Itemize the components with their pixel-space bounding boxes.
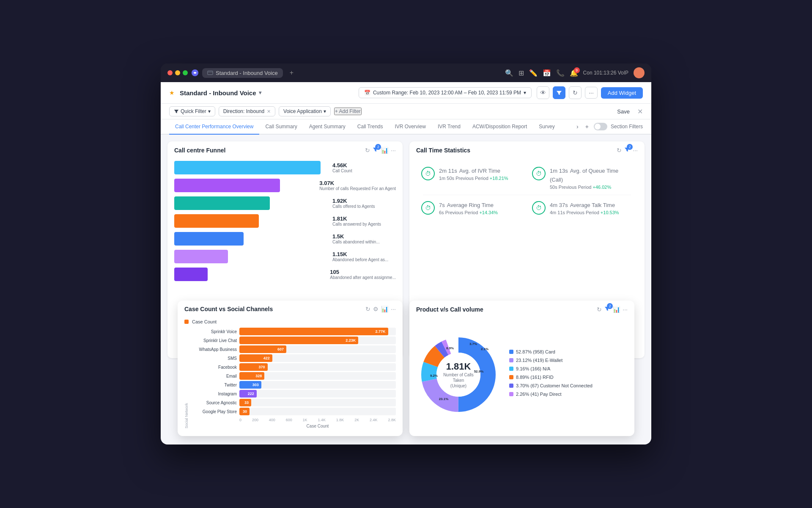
active-tab[interactable]: Standard - Inbound Voice	[202, 68, 283, 78]
funnel-more-icon[interactable]: ···	[391, 147, 396, 154]
case-count-actions: ↻ ⚙ 📊 ···	[365, 306, 396, 312]
tab-call-summary[interactable]: Call Summary	[259, 119, 303, 135]
funnel-filter-btn[interactable]: 2	[373, 146, 379, 154]
date-range-picker[interactable]: 📅 Custom Range: Feb 10, 2023 12:00 AM – …	[359, 87, 532, 98]
window-controls	[167, 70, 188, 75]
more-tabs-icon[interactable]: ›	[575, 121, 580, 132]
voice-app-chevron-icon: ▾	[324, 108, 326, 114]
donut-filter-btn[interactable]: 2	[604, 306, 610, 313]
bar-label-3: SMS	[190, 356, 237, 361]
bar-label-2: WhatsApp Business	[190, 347, 237, 352]
add-tab-icon[interactable]: +	[584, 121, 590, 132]
chevron-down-icon[interactable]: ▾	[259, 90, 261, 96]
new-tab-button[interactable]: +	[286, 67, 297, 78]
svg-text:23.1%: 23.1%	[439, 397, 449, 401]
funnel-widget-title: Call centre Funnel	[174, 147, 225, 154]
bar-val-9: 30	[243, 409, 247, 414]
tab-agent-summary[interactable]: Agent Summary	[303, 119, 351, 135]
bar-label-1: Sprinklr Live Chat	[190, 338, 237, 343]
tab-ivr-overview[interactable]: IVR Overview	[389, 119, 432, 135]
tab-acw-report[interactable]: ACW/Disposition Report	[466, 119, 533, 135]
donut-widget-title: Product v/s Call volume	[416, 306, 483, 313]
tab-call-center-overview[interactable]: Call Center Performance Overview	[169, 119, 259, 135]
section-filters-toggle[interactable]	[594, 123, 607, 130]
bar-val-3: 422	[263, 356, 270, 360]
edit-icon[interactable]: ✏️	[529, 69, 538, 77]
main-content: ★ Standard - Inbound Voice ▾ 📅 Custom Ra…	[161, 82, 651, 444]
bar-track-9: 30	[239, 408, 396, 415]
user-avatar[interactable]	[634, 67, 645, 78]
minimize-dot[interactable]	[175, 70, 180, 75]
bar-label-4: Facebook	[190, 365, 237, 370]
donut-more-icon[interactable]: ···	[623, 306, 628, 313]
call-time-stats-grid: ⏱ 2m 11s Avg. of IVR Time 1m 50s Previou…	[409, 157, 645, 227]
funnel-chart-body: 4.56K Call Count 3.07K Number of calls R…	[167, 157, 403, 292]
remove-filter-icon[interactable]: ✕	[267, 109, 271, 114]
close-filter-icon[interactable]: ✕	[637, 108, 643, 116]
tab-survey[interactable]: Survey	[533, 119, 560, 135]
case-count-chart-icon[interactable]: 📊	[381, 306, 388, 312]
bar-fill-1: 2.23K	[239, 337, 358, 344]
bar-row-sms: SMS 422	[190, 354, 396, 362]
donut-widget: Product v/s Call volume ↻ 2 📊 ···	[409, 301, 634, 436]
funnel-bar-row-1: 3.07K Number of calls Requested For an A…	[174, 179, 396, 192]
tab-nav-right: › + Section Filters	[575, 121, 643, 132]
quick-filter-button[interactable]: Quick Filter ▾	[169, 106, 215, 116]
case-count-filter-icon[interactable]: ⚙	[373, 306, 379, 312]
grid-icon[interactable]: ⊞	[518, 69, 524, 77]
legend-item-4: 3.70% (67) Customer Not Connected	[509, 383, 628, 388]
voice-app-filter-button[interactable]: Voice Application ▾	[279, 106, 331, 116]
eye-icon-btn[interactable]: 👁	[537, 86, 549, 99]
bar-fill-2: 607	[239, 345, 286, 353]
favorite-star-icon[interactable]: ★	[169, 89, 175, 96]
funnel-chart-type-icon[interactable]: 📊	[381, 147, 388, 154]
donut-chart-area: 52.9% 23.1% 9.2% 8.9% 3.7% 2.1% 1.81K Nu…	[409, 317, 634, 436]
donut-widget-actions: ↻ 2 📊 ···	[597, 306, 628, 313]
more-options-btn[interactable]: ···	[585, 87, 598, 99]
bar-track-5: 328	[239, 372, 396, 380]
bar-val-2: 607	[277, 347, 284, 351]
bar-row-sprinklr-chat: Sprinklr Live Chat 2.23K	[190, 337, 396, 344]
close-dot[interactable]	[167, 70, 173, 75]
case-count-chart-area: Case Count Social Network Sprinklr Voice	[178, 316, 403, 436]
svg-text:3.7%: 3.7%	[469, 342, 477, 346]
funnel-refresh-icon[interactable]: ↻	[365, 147, 370, 154]
horiz-bar-list: Sprinklr Voice 2.77K Sprinklr Live Chat	[190, 328, 396, 415]
tab-ivr-trend[interactable]: IVR Trend	[432, 119, 466, 135]
add-widget-button[interactable]: Add Widget	[601, 87, 643, 99]
bar-row-sprinklr-voice: Sprinklr Voice 2.77K	[190, 328, 396, 335]
stat-ring-time: ⏱ 7s Average Ring Time 6s Previous Perio…	[416, 195, 527, 220]
donut-refresh-icon[interactable]: ↻	[597, 306, 602, 313]
funnel-bar-row-5: 1.15K Abandoned before Agent as...	[174, 250, 396, 263]
calendar-icon[interactable]: 📅	[543, 69, 551, 77]
call-time-refresh-icon[interactable]: ↻	[617, 147, 622, 154]
clock-icon-0: ⏱	[421, 167, 435, 180]
filter-icon-btn[interactable]	[553, 86, 565, 99]
call-time-more-icon[interactable]: ···	[633, 147, 638, 154]
tab-call-trends[interactable]: Call Trends	[351, 119, 389, 135]
filter-icon	[556, 90, 562, 96]
funnel-bar-row-6: 105 Abandoned after agent assignme...	[174, 268, 396, 281]
tab-navigation: Call Center Performance Overview Call Su…	[161, 119, 651, 135]
case-count-more-icon[interactable]: ···	[391, 306, 396, 312]
legend-text-5: 2.26% (41) Pay Direct	[516, 392, 562, 397]
legend-item-2: 9.16% (166) N/A	[509, 366, 628, 371]
date-chevron-icon: ▾	[524, 90, 526, 96]
funnel-bar-0	[174, 161, 328, 174]
legend-text-2: 9.16% (166) N/A	[516, 366, 550, 371]
bar-val-6: 303	[252, 383, 259, 387]
notification-bell[interactable]: 🔔 9	[570, 69, 578, 77]
legend-text-4: 3.70% (67) Customer Not Connected	[516, 383, 593, 388]
legend-text-1: 23.12% (419) E-Wallet	[516, 358, 562, 363]
maximize-dot[interactable]	[183, 70, 188, 75]
search-icon[interactable]: 🔍	[505, 69, 513, 77]
call-time-filter-btn[interactable]: 2	[624, 146, 630, 154]
bar-row-twitter: Twitter 303	[190, 381, 396, 389]
legend-item-3: 8.89% (161) RFID	[509, 375, 628, 380]
save-filter-button[interactable]: Save	[613, 107, 634, 116]
phone-icon[interactable]: 📞	[556, 69, 565, 77]
add-filter-button[interactable]: + Add Filter	[334, 108, 362, 115]
case-count-refresh-icon[interactable]: ↻	[365, 306, 370, 312]
donut-chart-type-icon[interactable]: 📊	[613, 306, 620, 313]
refresh-icon-btn[interactable]: ↻	[569, 86, 582, 99]
